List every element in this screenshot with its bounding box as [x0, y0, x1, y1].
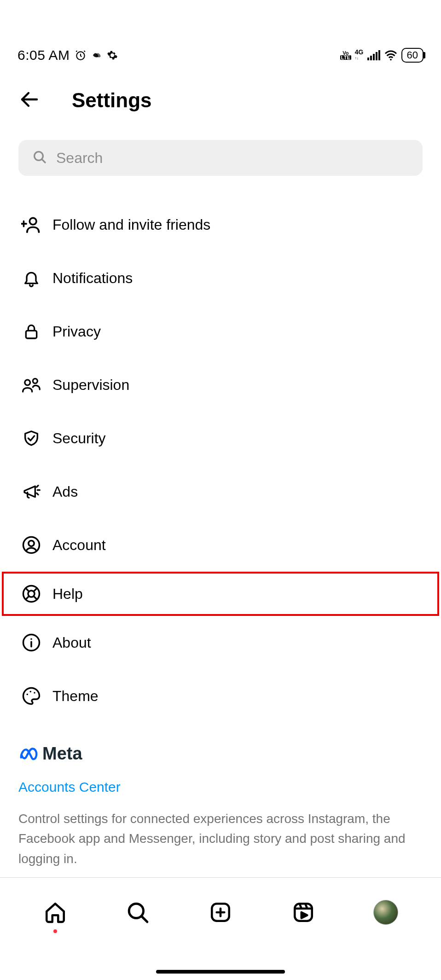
volte-icon: VoLTE	[340, 51, 351, 60]
svg-marker-42	[301, 912, 307, 918]
svg-line-34	[142, 916, 147, 922]
meta-section: Meta Accounts Center Control settings fo…	[0, 723, 441, 869]
row-label: Ads	[52, 483, 78, 500]
row-ads[interactable]: Ads	[18, 465, 423, 518]
battery-icon: 60	[401, 48, 424, 63]
status-time: 6:05 AM	[17, 47, 70, 63]
search-input[interactable]	[56, 150, 409, 167]
megaphone-icon	[18, 482, 44, 501]
row-label: Supervision	[52, 377, 129, 394]
status-right: VoLTE 4G↑↓ 60	[340, 48, 424, 63]
svg-rect-2	[370, 56, 372, 60]
row-label: Help	[52, 586, 83, 603]
row-supervision[interactable]: Supervision	[18, 358, 423, 412]
svg-line-24	[34, 588, 37, 591]
alarm-icon	[75, 49, 87, 61]
svg-rect-4	[376, 52, 377, 60]
battery-level: 60	[407, 49, 418, 61]
svg-point-30	[27, 694, 29, 696]
row-notifications[interactable]: Notifications	[18, 251, 423, 305]
row-privacy[interactable]: Privacy	[18, 305, 423, 358]
home-notification-dot	[53, 929, 57, 933]
signal-icon	[367, 50, 380, 60]
row-label: Privacy	[52, 323, 101, 340]
row-label: Notifications	[52, 270, 133, 287]
palette-icon	[18, 686, 44, 706]
svg-point-32	[34, 692, 35, 694]
wifi-icon	[384, 50, 398, 61]
row-label: Theme	[52, 688, 99, 705]
add-friend-icon	[18, 215, 44, 235]
status-icon-1	[91, 50, 102, 61]
network-4g-icon: 4G↑↓	[355, 49, 364, 61]
nav-reels[interactable]	[287, 896, 319, 928]
header: Settings	[0, 69, 441, 131]
page-title: Settings	[72, 89, 152, 112]
lifebuoy-icon	[18, 584, 44, 603]
settings-list: Follow and invite friends Notifications …	[0, 190, 441, 723]
meta-description: Control settings for connected experienc…	[18, 809, 423, 869]
shield-icon	[18, 429, 44, 447]
row-label: Account	[52, 537, 106, 554]
search-icon	[32, 150, 47, 166]
row-security[interactable]: Security	[18, 412, 423, 465]
avatar	[373, 900, 398, 925]
row-label: Follow and invite friends	[52, 216, 210, 233]
svg-point-29	[30, 638, 32, 640]
nav-search[interactable]	[122, 896, 154, 928]
info-icon	[18, 633, 44, 652]
svg-point-31	[30, 691, 32, 693]
meta-brand-text: Meta	[42, 744, 82, 764]
people-icon	[18, 376, 44, 394]
lock-icon	[18, 322, 44, 341]
bottom-bar	[0, 877, 441, 980]
gesture-bar[interactable]	[156, 970, 285, 974]
row-help[interactable]: Help	[2, 572, 439, 616]
svg-point-14	[25, 380, 30, 385]
row-label: About	[52, 634, 91, 651]
svg-line-26	[34, 596, 37, 599]
accounts-center-link[interactable]: Accounts Center	[18, 779, 121, 795]
settings-gear-icon	[107, 50, 118, 61]
svg-point-15	[33, 379, 37, 383]
nav-profile[interactable]	[370, 896, 402, 928]
svg-line-23	[26, 588, 29, 591]
status-left: 6:05 AM	[17, 47, 118, 63]
svg-line-9	[42, 159, 45, 162]
svg-rect-3	[373, 54, 375, 60]
svg-line-25	[26, 596, 29, 599]
row-theme[interactable]: Theme	[18, 669, 423, 723]
user-circle-icon	[18, 535, 44, 555]
svg-point-20	[29, 540, 34, 546]
nav-create[interactable]	[204, 896, 237, 928]
status-bar: 6:05 AM VoLTE 4G↑↓ 60	[0, 41, 441, 69]
svg-rect-13	[26, 331, 36, 338]
svg-point-10	[29, 218, 36, 225]
row-account[interactable]: Account	[18, 518, 423, 572]
svg-rect-5	[378, 50, 380, 60]
svg-rect-1	[367, 58, 369, 60]
svg-line-16	[37, 486, 38, 487]
search-box[interactable]	[18, 140, 423, 176]
back-button[interactable]	[18, 88, 41, 112]
row-about[interactable]: About	[18, 616, 423, 669]
svg-line-18	[37, 493, 38, 494]
bell-icon	[18, 269, 44, 287]
nav-home[interactable]	[39, 896, 71, 928]
meta-infinity-icon	[18, 747, 40, 761]
row-follow-invite[interactable]: Follow and invite friends	[18, 198, 423, 251]
meta-logo: Meta	[18, 744, 423, 764]
row-label: Security	[52, 430, 106, 447]
svg-point-6	[390, 59, 392, 61]
